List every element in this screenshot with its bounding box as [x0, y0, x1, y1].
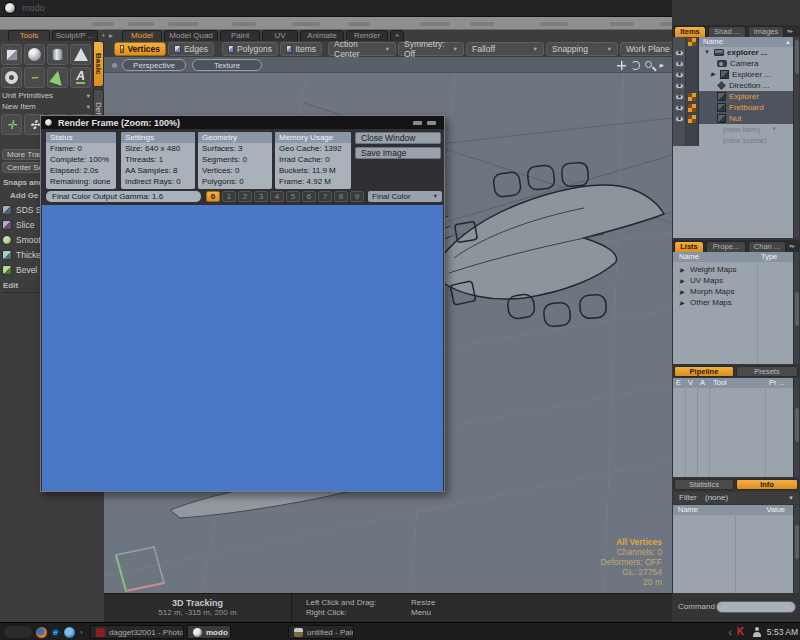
minimize-icon[interactable]: [413, 121, 422, 125]
falloff-dropdown[interactable]: Falloff: [466, 42, 544, 56]
start-button[interactable]: [4, 626, 32, 638]
globe-launcher-icon[interactable]: [64, 627, 75, 638]
rotate-view-icon[interactable]: [631, 61, 640, 70]
dialog-titlebar[interactable]: Render Frame (Zoom: 100%): [41, 116, 444, 129]
lists-header[interactable]: Name Type: [673, 252, 799, 262]
close-icon[interactable]: [427, 121, 436, 125]
tab-statistics[interactable]: Statistics: [674, 479, 734, 490]
new-item-dropdown[interactable]: New Item: [2, 102, 91, 112]
tab-properties[interactable]: Prope...: [706, 241, 746, 252]
render-slot-2[interactable]: 2: [238, 191, 252, 202]
tree-row-new-item[interactable]: (new item) ▼: [673, 124, 793, 135]
tree-row-new-scene[interactable]: (new scene): [673, 135, 793, 146]
render-slot-6[interactable]: 6: [302, 191, 316, 202]
filter-dropdown[interactable]: Filter (none) ▼: [673, 492, 799, 504]
tree-row-camera[interactable]: Camera: [673, 58, 793, 69]
view-mode-button[interactable]: Perspective: [122, 59, 186, 71]
tab-info[interactable]: Info: [736, 479, 798, 490]
tab-overflow-icons[interactable]: ▾▸: [789, 242, 795, 251]
tab-presets[interactable]: Presets: [736, 366, 798, 377]
render-toggle-cell[interactable]: [686, 47, 699, 58]
mode-vertices-button[interactable]: Vertices: [114, 42, 166, 56]
tab-lists[interactable]: Lists: [674, 241, 704, 252]
expander-icon[interactable]: ▶: [709, 69, 717, 80]
sphere-primitive-icon[interactable]: [24, 44, 45, 65]
tab-shader-tree[interactable]: Shad ...: [708, 26, 746, 37]
tree-row-fretboard-mesh[interactable]: Fretboard: [673, 102, 793, 113]
user-status-icon[interactable]: [752, 627, 762, 637]
viewport-options-icon[interactable]: [112, 63, 117, 68]
render-slot-4[interactable]: 4: [270, 191, 284, 202]
close-window-button[interactable]: Close Window: [355, 132, 441, 144]
tree-row-nut-mesh[interactable]: Nut: [673, 113, 793, 124]
expander-icon[interactable]: ▶: [678, 299, 686, 306]
expander-icon[interactable]: ▼: [703, 47, 711, 58]
mode-items-button[interactable]: Items: [280, 42, 322, 56]
taskbar-item-modo[interactable]: modo: [187, 625, 231, 639]
render-slot-1[interactable]: 1: [222, 191, 236, 202]
symmetry-dropdown[interactable]: Symmetry: Off: [398, 42, 464, 56]
unit-primitives-dropdown[interactable]: Unit Primitives: [2, 91, 91, 101]
tab-items[interactable]: Items: [674, 26, 706, 37]
render-slot-5[interactable]: 5: [286, 191, 300, 202]
render-toggle-icon[interactable]: [686, 91, 699, 102]
visibility-eye-icon[interactable]: [673, 47, 686, 58]
add-geometry-section-label[interactable]: Add Ge: [10, 191, 38, 200]
curve-tool-icon[interactable]: ~: [24, 67, 45, 88]
action-center-dropdown[interactable]: Action Center: [328, 42, 396, 56]
shading-mode-button[interactable]: Texture: [192, 59, 262, 71]
render-frame-dialog[interactable]: Render Frame (Zoom: 100%) Status Frame: …: [40, 115, 445, 492]
tab-tools[interactable]: Tools: [8, 30, 50, 41]
tab-add-main[interactable]: +: [390, 30, 404, 41]
mode-edges-button[interactable]: Edges: [168, 42, 214, 56]
kaspersky-icon[interactable]: K: [737, 627, 747, 637]
tab-pipeline[interactable]: Pipeline: [674, 366, 734, 377]
render-toggle-icon[interactable]: [686, 113, 699, 124]
command-input[interactable]: [716, 601, 796, 613]
render-slot-0[interactable]: 0: [206, 191, 220, 202]
tab-model-quad[interactable]: Model Quad: [164, 30, 218, 41]
internet-explorer-icon[interactable]: e: [50, 627, 61, 638]
tab-uv[interactable]: UV: [262, 30, 298, 41]
list-row-uv-maps[interactable]: ▶ UV Maps: [673, 275, 792, 286]
tab-add-icon[interactable]: +: [101, 31, 106, 40]
render-toggle-icon[interactable]: [686, 102, 699, 113]
expander-icon[interactable]: ▶: [678, 288, 686, 295]
tree-row-explorer-group[interactable]: ▶ Explorer ...: [673, 69, 793, 80]
visibility-eye-icon[interactable]: [673, 80, 686, 91]
cube-primitive-icon[interactable]: [1, 44, 22, 65]
render-slot-8[interactable]: 8: [334, 191, 348, 202]
gamma-field[interactable]: Final Color Output Gamma: 1.6: [46, 191, 201, 202]
list-row-other-maps[interactable]: ▶ Other Maps: [673, 297, 792, 308]
lists-scrollbar[interactable]: [793, 252, 799, 364]
cone-primitive-icon[interactable]: [70, 44, 91, 65]
tab-sculpt-paint[interactable]: Sculpt/P ...: [52, 30, 98, 41]
render-toggle-cell[interactable]: [686, 69, 699, 80]
expander-icon[interactable]: ▶: [678, 277, 686, 284]
tab-scroll-right-icon[interactable]: ▸: [109, 31, 113, 40]
taskbar-item-paint[interactable]: untitled - Paint: [288, 625, 354, 639]
expander-icon[interactable]: ▶: [678, 266, 686, 273]
render-slot-7[interactable]: 7: [318, 191, 332, 202]
pipeline-header[interactable]: E V A Tool Pr ...: [673, 378, 799, 388]
side-tab-basic[interactable]: Basic: [93, 41, 104, 87]
items-tree-header[interactable]: Name ▲: [673, 37, 799, 47]
list-row-morph-maps[interactable]: ▶ Morph Maps: [673, 286, 792, 297]
tab-channels[interactable]: Chan ...: [748, 241, 786, 252]
viewport-menu-arrow-icon[interactable]: ▸: [659, 60, 670, 71]
move-tool-icon[interactable]: ✛: [1, 114, 22, 135]
visibility-eye-icon[interactable]: [673, 58, 686, 69]
items-scrollbar[interactable]: [793, 37, 799, 238]
render-slot-9[interactable]: 9: [350, 191, 364, 202]
tray-expand-icon[interactable]: ‹: [728, 627, 731, 638]
text-tool-icon[interactable]: A: [70, 67, 91, 88]
tab-overflow-icons[interactable]: ▾▸: [787, 27, 793, 36]
render-toggle-cell[interactable]: [686, 58, 699, 69]
pan-view-icon[interactable]: [616, 60, 627, 71]
quick-launch-expand-icon[interactable]: ›: [80, 628, 83, 637]
list-row-weight-maps[interactable]: ▶ Weight Maps: [673, 264, 792, 275]
output-display-dropdown[interactable]: Final Color Output: [368, 191, 442, 202]
snapping-dropdown[interactable]: Snapping: [546, 42, 618, 56]
render-slot-3[interactable]: 3: [254, 191, 268, 202]
taskbar-clock[interactable]: 5:53 AM: [767, 627, 798, 637]
